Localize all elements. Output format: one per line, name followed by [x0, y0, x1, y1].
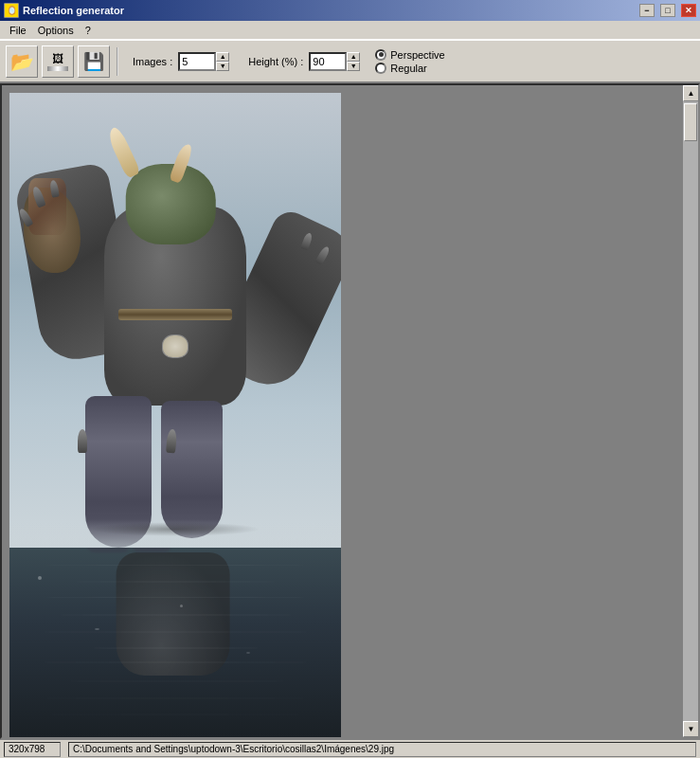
- filepath-text: C:\Documents and Settings\uptodown-3\Esc…: [73, 744, 394, 754]
- scroll-track[interactable]: [683, 101, 698, 721]
- regular-radio-label: Regular: [390, 63, 427, 74]
- images-label: Images :: [133, 56, 172, 67]
- vertical-scrollbar[interactable]: ▲ ▼: [682, 85, 698, 737]
- file-path: C:\Documents and Settings\uptodown-3\Esc…: [68, 742, 696, 757]
- minimize-button[interactable]: −: [639, 4, 655, 17]
- height-up-button[interactable]: ▲: [347, 52, 360, 62]
- canvas-area[interactable]: [2, 85, 682, 737]
- close-button[interactable]: ✕: [681, 4, 696, 17]
- scroll-down-button[interactable]: ▼: [683, 721, 699, 737]
- scroll-thumb[interactable]: [684, 103, 697, 141]
- menu-file[interactable]: File: [4, 23, 32, 38]
- images-input[interactable]: [178, 52, 216, 71]
- image-display: [9, 93, 341, 737]
- perspective-radio-circle: [375, 49, 386, 61]
- height-input[interactable]: [309, 52, 347, 71]
- open-folder-icon: 📂: [10, 50, 34, 73]
- maximize-button[interactable]: □: [660, 4, 675, 17]
- open-image-icon: 🖼: [47, 52, 68, 71]
- toolbar: 📂 🖼 💾 Images : ▲ ▼ Height (%) : ▲ ▼: [0, 40, 700, 83]
- open-folder-button[interactable]: 📂: [6, 45, 38, 78]
- regular-radio-circle: [375, 63, 386, 74]
- height-down-button[interactable]: ▼: [347, 62, 360, 71]
- height-spinner[interactable]: ▲ ▼: [309, 52, 360, 71]
- perspective-radio-label: Perspective: [390, 49, 444, 61]
- perspective-radio[interactable]: Perspective: [375, 49, 444, 61]
- reflection-area: [9, 548, 341, 737]
- status-bar: 320x798 C:\Documents and Settings\uptodo…: [0, 739, 700, 758]
- regular-radio[interactable]: Regular: [375, 63, 444, 74]
- height-label: Height (%) :: [248, 56, 303, 67]
- toolbar-separator: [117, 47, 118, 76]
- title-bar: 🪞 Reflection generator − □ ✕: [0, 0, 700, 21]
- open-image-button[interactable]: 🖼: [42, 45, 74, 78]
- menu-bar: File Options ?: [0, 21, 700, 40]
- perspective-radio-dot: [379, 52, 384, 57]
- image-container: [2, 85, 682, 737]
- menu-options[interactable]: Options: [32, 23, 80, 38]
- orc-figure: [9, 93, 341, 548]
- mode-radio-group: Perspective Regular: [375, 49, 444, 74]
- window-title: Reflection generator: [23, 5, 634, 16]
- images-spinner[interactable]: ▲ ▼: [178, 52, 229, 71]
- main-content: ▲ ▼: [0, 83, 700, 739]
- scroll-up-button[interactable]: ▲: [683, 85, 699, 101]
- image-dimensions: 320x798: [4, 742, 61, 757]
- menu-help[interactable]: ?: [80, 23, 97, 38]
- app-icon: 🪞: [4, 3, 19, 18]
- dimensions-text: 320x798: [9, 744, 45, 754]
- images-up-button[interactable]: ▲: [216, 52, 229, 62]
- save-button[interactable]: 💾: [78, 45, 110, 78]
- save-icon: 💾: [83, 51, 104, 72]
- images-down-button[interactable]: ▼: [216, 62, 229, 71]
